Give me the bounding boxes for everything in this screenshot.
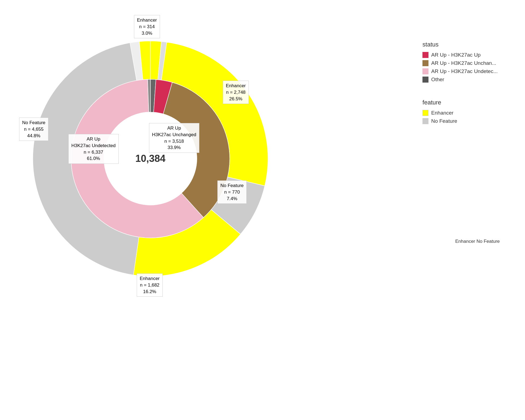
label-no-feature-left: No Feature n = 4,655 44.8%: [19, 118, 48, 141]
ar-undetected-swatch: [422, 68, 428, 74]
enhancer-label: Enhancer: [431, 110, 453, 116]
legend-item-ar-unchanged: AR Up - H3K27ac Unchan...: [422, 60, 498, 66]
legend-item-ar-undetected: AR Up - H3K27ac Undetec...: [422, 68, 498, 74]
label-enhancer-top: Enhancer n = 314 3.0%: [134, 15, 160, 38]
legend-container: status AR Up - H3K27ac Up AR Up - H3K27a…: [422, 41, 498, 124]
ar-unchanged-label: AR Up - H3K27ac Unchan...: [431, 60, 496, 66]
other-label: Other: [431, 77, 444, 83]
feature-legend-title: feature: [422, 99, 498, 106]
ar-undetected-label: AR Up - H3K27ac Undetec...: [431, 68, 498, 74]
label-ar-up-unchanged: AR Up H3K27ac Unchanged n = 3,518 33.9%: [149, 123, 199, 153]
ar-up-label: AR Up - H3K27ac Up: [431, 52, 481, 58]
ar-unchanged-swatch: [422, 60, 428, 66]
legend-item-ar-up: AR Up - H3K27ac Up: [422, 52, 498, 58]
enhancer-swatch: [422, 110, 428, 116]
feature-legend: feature Enhancer No Feature: [422, 99, 498, 124]
ar-up-swatch: [422, 52, 428, 58]
status-legend-title: status: [422, 41, 498, 48]
donut-chart: 10,384 10,384: [21, 29, 280, 288]
other-swatch: [422, 77, 428, 83]
no-feature-label: No Feature: [431, 118, 457, 124]
svg-text:10,384: 10,384: [135, 153, 165, 164]
chart-container: 10,384 10,384: [14, 8, 287, 309]
enhancer-no-feature-label: Enhancer No Feature: [455, 239, 500, 244]
label-ar-up-undetected: AR Up H3K27ac Undetected n = 6,337 61.0%: [68, 134, 119, 164]
legend-item-no-feature: No Feature: [422, 118, 498, 124]
legend-item-enhancer: Enhancer: [422, 110, 498, 116]
label-enhancer-right: Enhancer n = 2,748 26.5%: [223, 81, 249, 104]
label-enhancer-bottom: Enhancer n = 1,682 16.2%: [137, 273, 163, 297]
legend-item-other: Other: [422, 77, 498, 83]
status-legend: status AR Up - H3K27ac Up AR Up - H3K27a…: [422, 41, 498, 83]
label-no-feature-right: No Feature n = 770 7.4%: [217, 180, 247, 204]
no-feature-swatch: [422, 118, 428, 124]
